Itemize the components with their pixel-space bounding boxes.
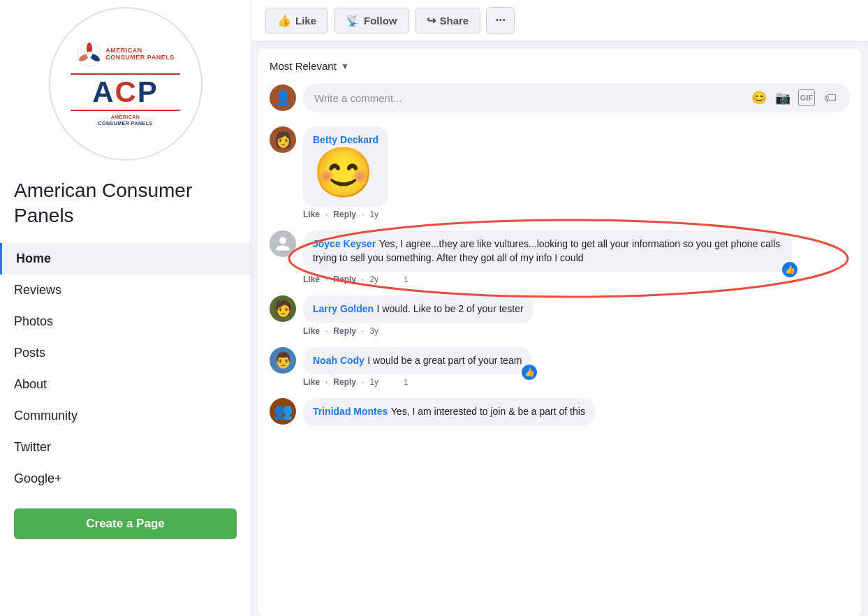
sort-arrow-icon: ▼ [341,61,349,71]
sticker-input-icon[interactable]: 🏷 [822,89,839,106]
nav-item-community[interactable]: Community [0,400,251,432]
comment-input-box[interactable]: Write a comment... 😊 📷 GIF 🏷 [303,83,850,112]
comment-joyce: Joyce Keyser Yes, I agree...they are lik… [270,230,850,284]
like-count-badge-joyce: 👍 [781,261,799,279]
nav-list: Home Reviews Photos Posts About Communit… [0,243,251,494]
nav-item-photos[interactable]: Photos [0,306,251,337]
comment-time-noah: 1y [369,377,378,387]
sidebar: AMERICAN CONSUMER PANELS ACP AMERICANCON… [0,0,251,616]
page-title: American Consumer Panels [0,171,251,243]
comment-actions-noah: Like · Reply · 1y 1 [303,377,531,387]
commenter-name-betty[interactable]: Betty Deckard [313,134,378,145]
comment-actions-joyce: Like · Reply · 2y 1 [303,274,792,284]
reply-action-noah[interactable]: Reply [333,377,356,387]
like-button[interactable]: 👍 Like [265,8,328,34]
sort-bar[interactable]: Most Relevant ▼ [270,60,850,72]
comment-text-larry: I would. Like to be 2 of your tester [377,303,524,314]
comment-actions-betty: Like · Reply · 1y [303,210,388,219]
like-count-badge-noah: 👍 [520,363,538,381]
commenter-name-trinidad[interactable]: Trinidad Montes [313,406,388,417]
nav-item-posts[interactable]: Posts [0,337,251,369]
nav-link-photos[interactable]: Photos [0,306,251,337]
nav-link-twitter[interactable]: Twitter [0,432,251,463]
comment-actions-larry: Like · Reply · 3y [303,326,534,336]
like-count-num-noah: 1 [404,378,408,386]
more-button[interactable]: ··· [486,7,515,34]
nav-link-home[interactable]: Home [0,243,251,274]
avatar-betty: 👩 [270,126,296,153]
share-button[interactable]: ↪ Share [415,8,481,34]
commenter-name-larry[interactable]: Larry Golden [313,303,374,314]
comment-noah: 👨 Noah Cody I would be a great part of y… [270,347,850,388]
nav-item-reviews[interactable]: Reviews [0,274,251,306]
nav-link-about[interactable]: About [0,369,251,400]
nav-item-twitter[interactable]: Twitter [0,432,251,463]
input-icons: 😊 📷 GIF 🏷 [751,89,839,106]
current-user-avatar: 👤 [270,85,296,111]
comment-bubble-joyce: Joyce Keyser Yes, I agree...they are lik… [303,230,792,272]
avatar-larry: 🧑 [270,295,296,322]
like-count-num-joyce: 1 [404,275,408,284]
reply-action-larry[interactable]: Reply [333,326,356,336]
like-icon-badge: 👍 [785,265,795,274]
comments-section: Most Relevant ▼ 👤 Write a comment... 😊 📷… [258,49,861,616]
reply-action-betty[interactable]: Reply [333,210,356,219]
avatar-trinidad: 👥 [270,398,296,425]
nav-link-googleplus[interactable]: Google+ [0,463,251,494]
nav-link-reviews[interactable]: Reviews [0,274,251,306]
like-label: Like [295,15,316,27]
svg-point-4 [87,52,92,57]
comment-time-larry: 3y [369,326,378,336]
commenter-name-joyce[interactable]: Joyce Keyser [313,238,376,249]
gif-input-icon[interactable]: GIF [798,89,815,106]
share-icon: ↪ [427,14,436,27]
avatar-joyce [270,230,296,257]
comment-bubble-noah: Noah Cody I would be a great part of you… [303,347,531,375]
more-label: ··· [495,13,506,27]
comment-emoji-betty: 😊 [313,146,378,200]
default-avatar-icon [274,235,291,252]
comment-text-trinidad: Yes, I am interested to join & be a part… [391,406,585,417]
comment-betty: 👩 Betty Deckard 😊 Like · Reply · 1y [270,126,850,219]
nav-link-posts[interactable]: Posts [0,337,251,369]
comment-time-joyce: 2y [369,274,378,284]
create-page-button[interactable]: Create a Page [14,508,237,539]
comment-bubble-trinidad: Trinidad Montes Yes, I am interested to … [303,398,595,426]
comment-text-noah: I would be a great part of your team [367,355,522,366]
page-logo: AMERICAN CONSUMER PANELS ACP AMERICANCON… [49,7,203,161]
comment-bubble-betty: Betty Deckard 😊 [303,126,388,207]
avatar-noah: 👨 [270,347,296,374]
comment-bubble-larry: Larry Golden I would. Like to be 2 of yo… [303,295,534,323]
nav-item-home[interactable]: Home [0,243,251,274]
comment-input-row: 👤 Write a comment... 😊 📷 GIF 🏷 [270,83,850,112]
comment-larry: 🧑 Larry Golden I would. Like to be 2 of … [270,295,850,336]
comment-text-joyce: Yes, I agree...they are like vultures...… [313,238,780,263]
sort-label: Most Relevant [270,60,337,72]
follow-button[interactable]: 📡 Follow [334,8,409,34]
like-icon-badge-noah: 👍 [524,367,535,377]
commenter-name-noah[interactable]: Noah Cody [313,355,365,366]
follow-label: Follow [364,15,397,27]
nav-item-googleplus[interactable]: Google+ [0,463,251,494]
like-icon: 👍 [277,14,291,27]
comment-placeholder: Write a comment... [314,92,744,104]
reply-action-joyce[interactable]: Reply [333,274,356,284]
comment-time-betty: 1y [369,210,378,219]
main-content: 👍 Like 📡 Follow ↪ Share ··· Most Relevan… [251,0,868,616]
comment-trinidad: 👥 Trinidad Montes Yes, I am interested t… [270,398,850,426]
action-bar: 👍 Like 📡 Follow ↪ Share ··· [251,0,868,42]
like-action-larry[interactable]: Like [303,326,320,336]
like-action-noah[interactable]: Like [303,377,320,387]
nav-item-about[interactable]: About [0,369,251,400]
share-label: Share [440,15,469,27]
follow-icon: 📡 [346,14,360,27]
swirl-icon [76,41,103,68]
like-action-joyce[interactable]: Like [303,274,320,284]
like-action-betty[interactable]: Like [303,210,320,219]
camera-input-icon[interactable]: 📷 [774,89,791,106]
emoji-input-icon[interactable]: 😊 [751,89,767,106]
nav-link-community[interactable]: Community [0,400,251,432]
